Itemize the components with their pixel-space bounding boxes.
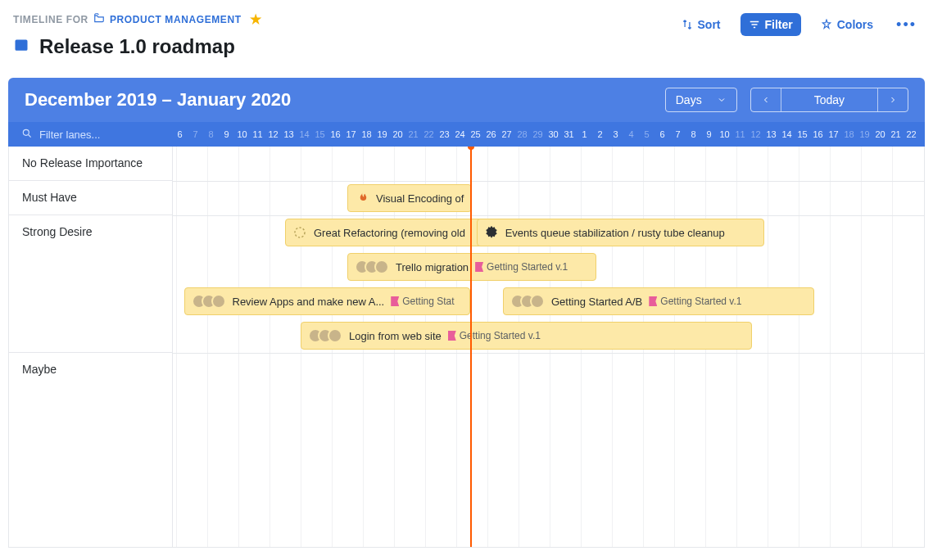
flag-icon [448, 331, 456, 341]
day-header: 24 [452, 129, 468, 139]
chart-area[interactable]: Visual Encoding ofGreat Refactoring (rem… [173, 147, 924, 547]
bar-title: Events queue stabilization / rusty tube … [505, 227, 725, 239]
breadcrumb-prefix: Timeline for [13, 14, 88, 25]
day-header: 18 [359, 129, 374, 139]
day-header: 8 [686, 129, 701, 139]
bar-tag: Getting Stat [391, 296, 454, 307]
day-header: 5 [639, 129, 654, 139]
bar-title: Review Apps and make new A... [233, 296, 385, 308]
loading-icon [292, 225, 307, 240]
day-header: 25 [468, 129, 483, 139]
day-header: 13 [763, 129, 779, 139]
timeline: December 2019 – January 2020 Days Today [8, 78, 925, 548]
lane-label: Maybe [9, 353, 172, 387]
day-header: 19 [857, 129, 872, 139]
granularity-label: Days [676, 93, 702, 106]
day-header: 13 [281, 129, 297, 139]
day-header: 14 [297, 129, 312, 139]
day-header: 12 [265, 129, 281, 139]
star-icon[interactable]: ★ [250, 11, 262, 27]
day-header: 23 [437, 129, 452, 139]
day-header: 26 [483, 129, 499, 139]
day-header: 28 [514, 129, 530, 139]
timeline-bar[interactable]: Login from web siteGetting Started v.1 [301, 322, 752, 350]
day-header: 14 [779, 129, 795, 139]
lane-column: No Release ImportanceMust HaveStrong Des… [9, 147, 173, 547]
range-bar: December 2019 – January 2020 Days Today [8, 78, 925, 122]
day-header: 20 [872, 129, 888, 139]
day-header: 22 [421, 129, 437, 139]
day-header: 7 [188, 129, 203, 139]
day-header: 17 [826, 129, 841, 139]
gear-icon [484, 225, 499, 240]
bar-tag: Getting Started v.1 [448, 330, 541, 341]
filter-label: Filter [765, 18, 793, 31]
timeline-bar[interactable]: Getting Started A/BGetting Started v.1 [503, 287, 814, 315]
range-title: December 2019 – January 2020 [25, 89, 291, 111]
day-header: 18 [841, 129, 857, 139]
avatar-stack [192, 294, 226, 309]
bar-title: Great Refactoring (removing old [314, 227, 465, 239]
today-button[interactable]: Today [781, 88, 878, 111]
colors-button[interactable]: Colors [813, 13, 881, 36]
bar-title: Getting Started A/B [551, 296, 642, 308]
timeline-bar[interactable]: Great Refactoring (removing old [285, 219, 487, 246]
day-header: 2 [592, 129, 608, 139]
day-header: 11 [732, 129, 748, 139]
day-header: 3 [608, 129, 623, 139]
day-header: 19 [374, 129, 390, 139]
day-header: 30 [546, 129, 561, 139]
sort-label: Sort [698, 18, 721, 31]
folder-icon [93, 12, 105, 26]
bar-title: Visual Encoding of [376, 192, 464, 205]
tray-icon [13, 38, 29, 56]
day-header: 6 [172, 129, 188, 139]
chevron-down-icon [717, 95, 727, 105]
day-header: 6 [654, 129, 670, 139]
day-header: 16 [328, 129, 343, 139]
day-header: 15 [795, 129, 810, 139]
avatar-stack [355, 260, 389, 274]
prev-button[interactable] [751, 88, 781, 111]
svg-point-0 [23, 129, 29, 135]
filter-button[interactable]: Filter [741, 13, 801, 36]
day-header: 29 [530, 129, 546, 139]
granularity-select[interactable]: Days [665, 88, 737, 112]
day-header: 9 [219, 129, 234, 139]
flag-icon [649, 296, 657, 306]
day-header: 21 [405, 129, 421, 139]
next-button[interactable] [878, 88, 908, 111]
day-header: 16 [810, 129, 826, 139]
more-icon[interactable]: ••• [893, 16, 920, 34]
lane-label: No Release Importance [9, 147, 172, 181]
day-header: 8 [203, 129, 219, 139]
filter-lanes-input[interactable] [39, 129, 154, 141]
bar-tag: Getting Started v.1 [649, 296, 741, 307]
flag-icon [475, 262, 483, 272]
day-header: 11 [250, 129, 265, 139]
date-nav: Today [750, 88, 908, 112]
day-header: 1 [577, 129, 592, 139]
colors-label: Colors [837, 18, 873, 31]
day-header: 15 [312, 129, 328, 139]
lane-label: Must Have [9, 181, 172, 215]
breadcrumb-folder-link[interactable]: Product Management [110, 14, 242, 25]
svg-point-1 [295, 228, 305, 237]
sort-button[interactable]: Sort [673, 13, 729, 36]
day-header: 21 [888, 129, 904, 139]
day-header: 4 [623, 129, 639, 139]
day-header: 10 [234, 129, 250, 139]
timeline-bar[interactable]: Visual Encoding of [347, 184, 472, 212]
flag-icon [391, 296, 399, 306]
day-strip: 6789101112131415161718192021222324252627… [172, 129, 925, 139]
day-header: 10 [717, 129, 732, 139]
today-line [470, 147, 472, 547]
timeline-bar[interactable]: Review Apps and make new A...Getting Sta… [184, 287, 471, 315]
bar-tag: Getting Started v.1 [475, 261, 568, 273]
fire-icon [355, 191, 369, 205]
day-header: 22 [904, 129, 919, 139]
day-header: 17 [343, 129, 359, 139]
today-label: Today [814, 93, 845, 106]
search-icon [21, 128, 33, 142]
timeline-bar[interactable]: Events queue stabilization / rusty tube … [477, 219, 765, 246]
